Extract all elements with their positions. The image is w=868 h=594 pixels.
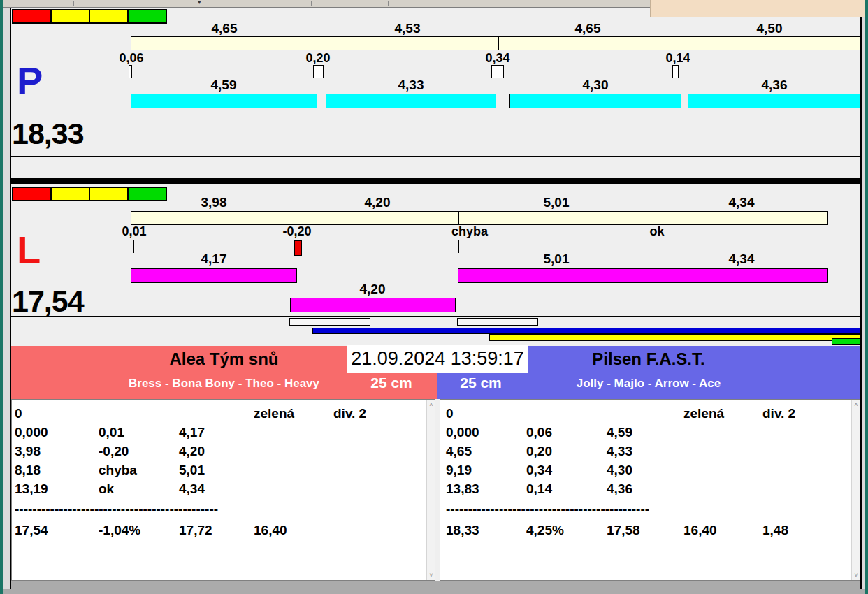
l-deviation-box-red xyxy=(294,240,302,256)
p-mark-label-2: 0,20 xyxy=(305,52,330,66)
table-cell: ok xyxy=(99,481,114,498)
table-cell: zelená xyxy=(683,406,724,422)
scroll-down-icon[interactable]: ˅ xyxy=(852,572,860,579)
l-tick-4 xyxy=(656,240,656,253)
p-reference-segment xyxy=(498,37,679,50)
table-cell: 8,18 xyxy=(15,463,41,479)
distance-left: 25 cm xyxy=(370,375,412,391)
l-bottom-label-2: 5,01 xyxy=(544,252,570,267)
p-deviation-box-3 xyxy=(491,65,504,78)
background-window-toolbar: ▾ xyxy=(3,0,650,8)
table-total-cell: 4,25% xyxy=(526,523,564,539)
table-cell: 13,19 xyxy=(15,481,48,498)
chevron-down-icon: ▾ xyxy=(198,0,201,6)
status-light-yellow xyxy=(50,187,90,201)
table-cell: 0,01 xyxy=(99,425,124,441)
l-reference-segment xyxy=(458,212,656,224)
strip-hollow-box-2 xyxy=(457,318,538,326)
table-cell: 0 xyxy=(446,406,454,422)
results-table-right[interactable]: 0 zelená div. 2 0,000 0,06 4,59 4,65 0,2… xyxy=(440,399,860,581)
table-cell: 0,20 xyxy=(526,444,552,460)
table-cell: 4,30 xyxy=(607,463,632,479)
toolbar-separator xyxy=(451,1,451,6)
table-cell: div. 2 xyxy=(333,406,366,422)
desktop-edge-right xyxy=(865,0,868,594)
table-cell: 0,34 xyxy=(526,463,552,479)
p-distance-bar-2 xyxy=(326,94,496,108)
l-mark-label-3: chyba xyxy=(451,225,488,239)
p-mark-label-1: 0,06 xyxy=(119,52,143,66)
table-total-cell: 17,58 xyxy=(607,523,640,539)
toolbar-separator xyxy=(168,1,168,6)
l-top-label-3: 5,01 xyxy=(544,196,570,210)
divider-line xyxy=(11,156,860,157)
background-window-fragment xyxy=(650,0,866,17)
l-mark-label-1: 0,01 xyxy=(122,225,146,239)
l-mark-label-4: ok xyxy=(649,225,664,239)
p-distance-bar-1 xyxy=(131,94,317,108)
status-light-yellow xyxy=(50,9,90,24)
progress-bar-yellow xyxy=(489,334,860,341)
p-bottom-label-4: 4,36 xyxy=(762,78,788,93)
l-distance-bar-1 xyxy=(131,268,297,283)
table-cell: 4,36 xyxy=(607,481,632,498)
window-frame-left xyxy=(3,0,10,594)
l-reference-segment xyxy=(298,212,458,224)
app-screen: ▾ 4,65 4,53 4,65 4,50 0,06 0 xyxy=(0,0,868,594)
p-bottom-label-2: 4,33 xyxy=(398,78,424,93)
table-cell: div. 2 xyxy=(762,406,795,422)
strip-hollow-box-1 xyxy=(289,318,370,326)
l-bottom-label-3: 4,34 xyxy=(729,252,755,267)
desktop-edge-left xyxy=(0,0,3,594)
measurement-panel: 4,65 4,53 4,65 4,50 0,06 0,20 0,34 0,14 … xyxy=(10,7,862,589)
table-divider-row: ----------------------------------------… xyxy=(15,502,218,518)
p-deviation-box-1 xyxy=(129,65,132,78)
progress-bar-green xyxy=(832,338,860,345)
results-table-left[interactable]: 0 zelená div. 2 0,000 0,01 4,17 3,98 -0,… xyxy=(11,399,435,581)
l-top-label-4: 4,34 xyxy=(729,196,755,210)
table-total-cell: -1,04% xyxy=(99,523,140,539)
table-cell: 5,01 xyxy=(179,463,205,479)
status-light-red xyxy=(12,187,52,201)
scroll-up-icon[interactable]: ˄ xyxy=(852,401,860,408)
p-reference-bar xyxy=(131,36,861,50)
p-reference-segment xyxy=(131,37,319,50)
panel-bottom-strip xyxy=(11,581,860,589)
l-bottom-label-1: 4,17 xyxy=(201,252,227,267)
l-mark-label-2: -0,20 xyxy=(282,225,311,239)
table-total-cell: 17,54 xyxy=(15,523,48,539)
table-cell: 4,65 xyxy=(446,444,472,460)
l-offset-label: 4,20 xyxy=(360,282,386,297)
p-deviation-box-2 xyxy=(313,65,324,78)
toolbar-separator xyxy=(259,1,259,6)
p-distance-bar-3 xyxy=(509,94,681,108)
l-tick-3 xyxy=(458,240,459,253)
table-total-cell: 16,40 xyxy=(254,523,287,539)
scroll-up-icon[interactable]: ˄ xyxy=(427,401,435,408)
scrollbar[interactable]: ˄ ˅ xyxy=(426,400,435,580)
scrollbar[interactable]: ˄ ˅ xyxy=(851,400,860,580)
toolbar-separator xyxy=(388,1,389,6)
window-frame-bottom xyxy=(3,589,865,594)
scroll-down-icon[interactable]: ˅ xyxy=(427,572,435,579)
table-cell: 0,000 xyxy=(446,425,479,441)
l-reference-bar xyxy=(131,211,828,225)
table-cell: 9,19 xyxy=(446,463,472,479)
lane-l-total: 17,54 xyxy=(12,287,84,317)
table-cell: 4,17 xyxy=(179,425,205,441)
p-top-label-3: 4,65 xyxy=(575,22,601,36)
l-top-label-2: 4,20 xyxy=(365,196,391,210)
table-cell: 4,33 xyxy=(607,444,632,460)
table-cell: 0,06 xyxy=(526,425,552,441)
l-top-label-1: 3,98 xyxy=(201,196,227,210)
table-total-cell: 1,48 xyxy=(762,523,788,539)
lane-p-letter: P xyxy=(17,61,43,101)
datetime-display: 21.09.2024 13:59:17 xyxy=(347,345,528,373)
p-distance-bar-4 xyxy=(688,94,860,108)
table-cell: 0 xyxy=(15,406,22,422)
table-cell: 3,98 xyxy=(15,444,41,460)
distance-right: 25 cm xyxy=(460,375,502,391)
l-distance-segment xyxy=(458,269,656,282)
p-top-label-4: 4,50 xyxy=(757,22,783,36)
toolbar-separator xyxy=(73,1,74,6)
